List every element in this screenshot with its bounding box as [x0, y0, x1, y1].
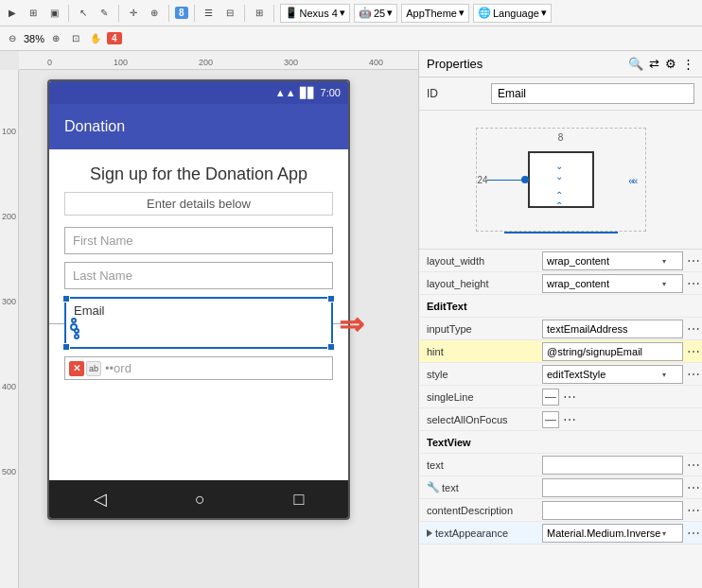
text2-row: 🔧 text ⋯ — [419, 476, 702, 499]
hint-input[interactable] — [542, 342, 683, 361]
textappearance-select[interactable]: Material.Medium.Inverse — [542, 524, 683, 543]
margin-icon[interactable]: ⊞ — [251, 5, 268, 22]
inputtype-input[interactable] — [542, 320, 683, 338]
password-field-text: •• — [105, 357, 114, 379]
zoom-out-icon[interactable]: ⊖ — [4, 30, 21, 47]
separator-5 — [244, 5, 245, 22]
password-field-container[interactable]: ✕ ab •• ord — [64, 356, 333, 380]
recent-nav-icon[interactable]: □ — [293, 490, 304, 510]
textappearance-value: Material.Medium.Inverse ▾ ⋯ — [542, 524, 702, 543]
layout-icon[interactable]: ▣ — [45, 5, 62, 22]
layout-height-select-container: wrap_content ▾ — [542, 274, 683, 293]
inputtype-label: inputType — [419, 320, 542, 337]
handle-bottom-left[interactable] — [62, 343, 70, 351]
home-nav-icon[interactable]: ○ — [195, 490, 205, 510]
theme-selector[interactable]: AppTheme ▾ — [401, 4, 469, 23]
pointer-icon[interactable]: ↖ — [75, 5, 92, 22]
lastname-field[interactable]: Last Name — [64, 262, 333, 289]
properties-title: Properties — [427, 57, 483, 71]
hint-label: hint — [419, 343, 542, 360]
style-more[interactable]: ⋯ — [685, 367, 702, 382]
id-input[interactable] — [491, 83, 694, 104]
text2-more[interactable]: ⋯ — [685, 480, 702, 495]
layout-height-select[interactable]: wrap_content — [542, 274, 683, 293]
style-row: style editTextStyle ▾ ⋯ — [419, 363, 702, 386]
singleline-label: singleLine — [419, 389, 542, 406]
handle-mid-right[interactable] — [74, 334, 79, 339]
singleline-btn[interactable]: — — [542, 389, 559, 406]
hint-value: ⋯ — [542, 342, 702, 361]
properties-header: Properties 🔍 ⇄ ⚙ ⋮ — [419, 51, 702, 78]
toolbar-1: ▶ ⊞ ▣ ↖ ✎ ✛ ⊕ 8 ☰ ⊟ ⊞ 📱 Nexus 4 ▾ 🤖 25 ▾… — [0, 0, 702, 26]
text2-input[interactable] — [542, 478, 683, 497]
singleline-more[interactable]: ⋯ — [561, 389, 578, 405]
ruler-mark-200: 200 — [199, 58, 213, 67]
layout-height-label: layout_height — [419, 275, 542, 292]
ruler-mark-400: 400 — [369, 58, 383, 67]
time-display: 7:00 — [321, 87, 341, 98]
pan-icon[interactable]: ✋ — [87, 30, 104, 47]
text1-more[interactable]: ⋯ — [685, 458, 702, 473]
constraint-line-left — [47, 323, 64, 324]
email-input-selected[interactable]: Email — [64, 297, 333, 349]
separator-6 — [273, 5, 274, 22]
constraint-top-num: 8 — [558, 132, 564, 143]
phone-content: Sign up for the Donation App Enter detai… — [49, 149, 348, 480]
layout-height-more[interactable]: ⋯ — [685, 276, 702, 291]
selectallon-more[interactable]: ⋯ — [561, 412, 578, 427]
handle-top-right[interactable] — [327, 295, 335, 303]
style-value: editTextStyle ▾ ⋯ — [542, 365, 702, 384]
fit-icon[interactable]: ⊡ — [67, 30, 84, 47]
singleline-row: singleLine — ⋯ — [419, 386, 702, 408]
text1-input[interactable] — [542, 456, 683, 475]
language-selector[interactable]: 🌐 Language ▾ — [473, 4, 552, 23]
style-label: style — [419, 366, 542, 383]
constraint-box: 8 24 «« ⌄⌄ ⌃⌃ — [466, 118, 656, 241]
device-chevron: ▾ — [340, 7, 345, 19]
edit-icon[interactable]: ✎ — [96, 5, 113, 22]
header-icons: 🔍 ⇄ ⚙ ⋮ — [628, 57, 694, 71]
textappearance-more[interactable]: ⋯ — [685, 526, 702, 541]
cursor-icon[interactable]: ▶ — [4, 5, 21, 22]
firstname-field[interactable]: First Name — [64, 227, 333, 254]
separator-2 — [118, 5, 119, 22]
expand-icon[interactable] — [427, 529, 432, 537]
device-selector[interactable]: 📱 Nexus 4 ▾ — [280, 4, 350, 23]
theme-chevron: ▾ — [459, 7, 465, 19]
api-selector[interactable]: 🤖 25 ▾ — [354, 4, 397, 23]
layout-width-select[interactable]: wrap_content — [542, 251, 683, 270]
plus-icon[interactable]: ⊕ — [146, 5, 163, 22]
bottom-underline — [504, 232, 618, 233]
style-select[interactable]: editTextStyle — [542, 365, 683, 384]
hint-more[interactable]: ⋯ — [685, 344, 702, 359]
zoom-in-icon[interactable]: ⊕ — [47, 30, 64, 47]
layout-icon[interactable]: ⇄ — [649, 57, 659, 71]
singleline-value: — ⋯ — [542, 389, 702, 406]
layout-width-more[interactable]: ⋯ — [685, 253, 702, 268]
handle-top-left[interactable] — [62, 295, 70, 303]
main-area: 0 100 200 300 400 100 200 300 400 500 ▲▲… — [0, 51, 702, 588]
text1-label: text — [419, 457, 542, 474]
contentdesc-input[interactable] — [542, 501, 683, 520]
distribute-icon[interactable]: ⊟ — [221, 5, 238, 22]
password-icons: ✕ ab — [65, 359, 105, 378]
constraint-dot — [521, 176, 529, 183]
handle-bottom-right[interactable] — [327, 343, 335, 351]
align-icon[interactable]: ☰ — [201, 5, 218, 22]
email-field-container[interactable]: 24 Email — [64, 297, 333, 349]
grid-icon[interactable]: ⊞ — [25, 5, 42, 22]
contentdesc-label: contentDescription — [419, 502, 542, 519]
more-icon[interactable]: ⋮ — [682, 57, 694, 71]
selectallon-btn[interactable]: — — [542, 411, 559, 428]
selectallon-value: — ⋯ — [542, 411, 702, 428]
back-nav-icon[interactable]: ◁ — [94, 489, 107, 510]
gear-icon[interactable]: ⚙ — [665, 57, 676, 71]
inputtype-more[interactable]: ⋯ — [685, 321, 702, 337]
layout-width-select-container: wrap_content ▾ — [542, 251, 683, 270]
globe-icon: 🌐 — [478, 7, 491, 19]
ruler-mark-v-500: 500 — [2, 467, 16, 476]
contentdesc-more[interactable]: ⋯ — [685, 503, 702, 518]
ruler-vertical: 100 200 300 400 500 — [0, 70, 19, 588]
cross-icon[interactable]: ✛ — [125, 5, 142, 22]
search-icon[interactable]: 🔍 — [628, 57, 643, 71]
